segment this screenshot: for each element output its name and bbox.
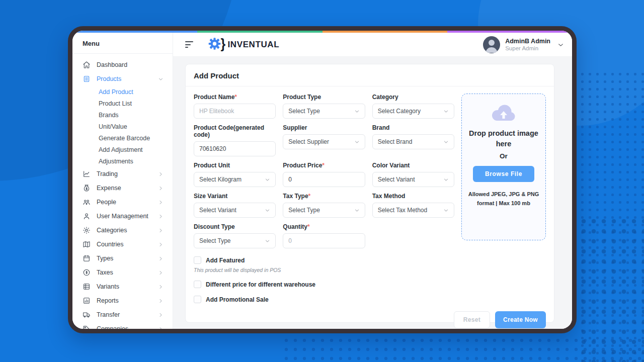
- required-asterisk: *: [322, 162, 325, 169]
- product-name-input[interactable]: [194, 104, 276, 119]
- category-select[interactable]: Select Category: [372, 104, 454, 119]
- tax-method-select[interactable]: Select Tax Method: [372, 203, 454, 218]
- cloud-upload-icon: [491, 104, 517, 124]
- color-variant-select[interactable]: Select Variant: [372, 172, 454, 187]
- reset-button[interactable]: Reset: [454, 311, 490, 328]
- sidebar-subitem-label: Product List: [99, 100, 132, 107]
- chevron-down-icon: [265, 238, 270, 244]
- required-asterisk: *: [308, 193, 311, 200]
- sidebar-item-transfer[interactable]: Transfer: [72, 308, 173, 322]
- sidebar-item-add-adjustment[interactable]: Add Adjustment: [72, 144, 173, 155]
- sidebar-item-countries[interactable]: Countries: [72, 237, 173, 251]
- supplier-select[interactable]: Select Supplier: [283, 134, 365, 149]
- checkbox-add-featured[interactable]: Add Featured: [194, 256, 546, 264]
- checkbox-icon[interactable]: [194, 296, 201, 303]
- sidebar-item-categories[interactable]: Categories: [72, 223, 173, 237]
- checkbox-icon[interactable]: [194, 256, 201, 264]
- app-logo: } INVENTUAL: [207, 36, 279, 53]
- bar-chart-icon: [83, 297, 91, 305]
- create-now-button[interactable]: Create Now: [495, 311, 546, 328]
- field-discount-type: Discount TypeSelect Type: [194, 223, 276, 248]
- field-label: Product Name*: [194, 94, 276, 101]
- gear-icon: [83, 226, 91, 234]
- checkbox-note: This product will be displayed in POS: [194, 267, 546, 273]
- sidebar-item-label: Taxes: [97, 269, 152, 276]
- image-drop-zone[interactable]: Drop product image here Or Browse File A…: [461, 94, 546, 240]
- user-icon: [83, 212, 91, 220]
- chevron-down-icon: [557, 41, 564, 48]
- select-value: Select Type: [288, 207, 319, 214]
- select-value: Select Brand: [378, 138, 413, 145]
- quantity-input[interactable]: [283, 233, 365, 248]
- user-menu[interactable]: AdminB Admin Super Admin: [483, 36, 564, 53]
- sidebar-item-user-management[interactable]: User Management: [72, 209, 173, 223]
- form-actions: Reset Create Now: [194, 311, 546, 328]
- tax-type-select[interactable]: Select Type: [283, 203, 365, 218]
- checkbox-different-price[interactable]: Different price for different warehouse: [194, 281, 546, 288]
- discount-type-select[interactable]: Select Type: [194, 233, 276, 248]
- required-asterisk: *: [307, 223, 310, 230]
- gear-brace-glyph: }: [220, 36, 225, 52]
- field-size-variant: Size VariantSelect Variant: [194, 193, 276, 218]
- sidebar-item-types[interactable]: Types: [72, 251, 173, 265]
- topbar: } INVENTUAL AdminB Admin Super Admin: [173, 33, 572, 57]
- sidebar-subitem-label: Brands: [99, 112, 119, 119]
- box-icon: [83, 75, 91, 83]
- device-frame: Menu DashboardProductsAdd ProductProduct…: [68, 26, 577, 333]
- sidebar-item-companies[interactable]: Companies: [72, 322, 173, 329]
- sidebar-item-dashboard[interactable]: Dashboard: [72, 58, 173, 72]
- browse-file-button[interactable]: Browse File: [473, 166, 534, 182]
- sidebar-nav: DashboardProductsAdd ProductProduct List…: [72, 54, 173, 329]
- sidebar-item-trading[interactable]: Trading: [72, 167, 173, 181]
- sidebar-item-brands[interactable]: Brands: [72, 109, 173, 121]
- field-label: Product Code(generated code): [194, 124, 276, 138]
- select-value: Select Variant: [378, 176, 415, 183]
- sidebar-subitem-label: Add Product: [99, 88, 133, 96]
- sidebar-item-expense[interactable]: Expense: [72, 181, 173, 195]
- brand-select[interactable]: Select Brand: [372, 134, 454, 149]
- checkbox-section: Add FeaturedThis product will be display…: [194, 256, 546, 303]
- sidebar-item-unit-value[interactable]: Unit/Value: [72, 121, 173, 132]
- chevron-down-icon: [443, 139, 449, 145]
- sidebar-item-taxes[interactable]: Taxes: [72, 265, 173, 280]
- product-type-select[interactable]: Select Type: [283, 104, 365, 119]
- size-variant-select[interactable]: Select Variant: [194, 203, 276, 218]
- chevron-right-icon: [158, 186, 164, 191]
- page-title: Add Product: [186, 64, 554, 86]
- upload-format-note: Allowed JPEG, JPG & PNG format | Max 100…: [467, 190, 540, 208]
- sidebar-item-add-product[interactable]: Add Product: [72, 86, 173, 98]
- checkbox-icon[interactable]: [194, 281, 201, 288]
- chevron-right-icon: [158, 242, 164, 247]
- chevron-down-icon: [265, 177, 270, 183]
- product-price-input[interactable]: [283, 172, 365, 187]
- sidebar-item-label: Products: [97, 75, 152, 82]
- sidebar-item-generate-barcode[interactable]: Generate Barcode: [72, 132, 173, 144]
- field-product-price: Product Price*: [283, 162, 365, 187]
- sidebar-item-product-list[interactable]: Product List: [72, 98, 173, 109]
- checkbox-label: Different price for different warehouse: [206, 281, 315, 288]
- field-brand: BrandSelect Brand: [372, 124, 454, 156]
- sidebar-item-people[interactable]: People: [72, 195, 173, 209]
- sidebar-subitem-label: Unit/Value: [99, 123, 127, 130]
- field-label: Color Variant: [372, 162, 454, 169]
- sidebar-item-label: User Management: [97, 213, 152, 220]
- sidebar-item-label: Countries: [97, 241, 152, 248]
- product-code-input[interactable]: [194, 141, 276, 156]
- field-label: Product Unit: [194, 162, 276, 169]
- menu-toggle-icon[interactable]: [185, 41, 194, 48]
- field-label: Quantity*: [283, 223, 365, 230]
- sidebar-item-reports[interactable]: Reports: [72, 294, 173, 308]
- sidebar-item-label: Variants: [97, 283, 152, 290]
- product-unit-select[interactable]: Select Kilogram: [194, 172, 276, 187]
- chevron-right-icon: [158, 214, 164, 219]
- user-role: Super Admin: [505, 45, 550, 51]
- sidebar-item-label: Categories: [97, 227, 152, 234]
- field-product-code: Product Code(generated code): [194, 124, 276, 156]
- sidebar-item-variants[interactable]: Variants: [72, 280, 173, 294]
- sidebar-item-products[interactable]: Products: [72, 72, 173, 86]
- checkbox-add-promotional-sale[interactable]: Add Promotional Sale: [194, 296, 546, 303]
- sidebar-item-adjustments[interactable]: Adjustments: [72, 155, 173, 167]
- select-value: Select Variant: [199, 207, 236, 214]
- field-label: Product Price*: [283, 162, 365, 169]
- sidebar-subitem-label: Adjustments: [99, 158, 133, 165]
